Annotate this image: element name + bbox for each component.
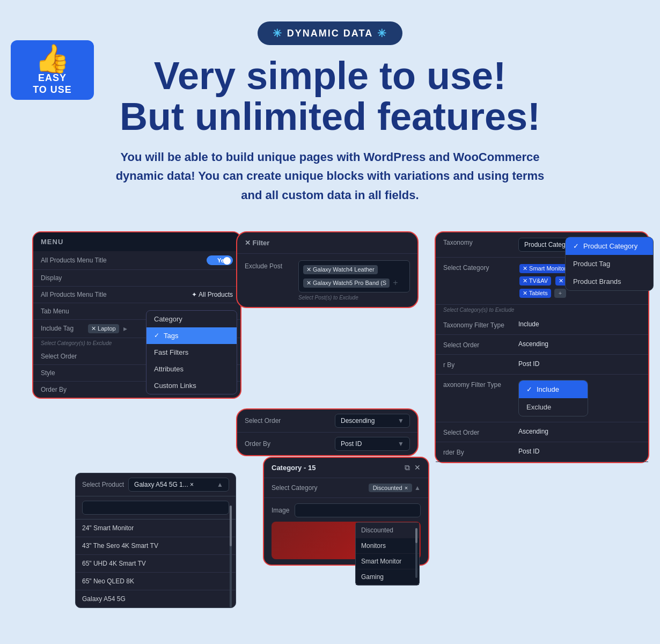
select-cat-exclude-tax: Select Category(s) to Exclude	[436, 305, 648, 315]
sp-label: Select Product	[82, 481, 124, 488]
sp-search-row	[76, 496, 236, 519]
dropdown-attributes[interactable]: Attributes	[146, 361, 237, 377]
easy-text: EASY TO USE	[33, 72, 72, 96]
select-order-tax-label: Select Order	[443, 340, 513, 349]
gaming-option[interactable]: Gaming	[356, 569, 419, 585]
order-panel: Select Order Descending ▼ Order By Post …	[236, 408, 419, 456]
sp-item-3[interactable]: 65" UHD 4K Smart TV	[76, 555, 236, 573]
order-by-field[interactable]: Post ID ▼	[335, 437, 410, 451]
filter-type2-row: axonomy Filter Type ✓ Include Exclude	[436, 375, 648, 422]
select-order-tax-row: Select Order Ascending	[436, 335, 648, 355]
menu-panel: MENU All Products Menu Title Yes Display…	[32, 231, 241, 399]
exclude-post-label: Exclude Post	[245, 260, 293, 270]
filter-type2-section: axonomy Filter Type ✓ Include Exclude	[436, 375, 648, 462]
order-by2-row: rder By Post ID	[436, 442, 648, 462]
star-right: ✳	[377, 27, 387, 40]
monitors-option[interactable]: Monitors	[356, 538, 419, 554]
arrow-icon: ▼	[398, 417, 404, 425]
fast-filters-label: Fast Filters	[154, 348, 188, 356]
product-brands-option[interactable]: Product Brands	[566, 273, 653, 290]
tvav-chip[interactable]: ✕ TV&AV	[519, 276, 551, 286]
image-label: Image	[272, 507, 289, 514]
sp-item-5[interactable]: Galaxy A54 5G	[76, 590, 236, 608]
menu-label-title: All Products Menu Title	[41, 257, 107, 264]
include-label: Include	[537, 385, 559, 393]
menu-value-all-products: ✦ All Products	[192, 291, 233, 298]
badge-label: DYNAMIC DATA	[287, 28, 373, 39]
sp-item-1[interactable]: 24" Smart Monitor	[76, 519, 236, 537]
menu-label-display: Display	[41, 274, 62, 282]
order-by-label2: Order By	[245, 440, 270, 448]
select-posts-label: Select Post(s) to Exclude	[298, 292, 410, 301]
sp-selected-value[interactable]: Galaxy A54 5G 1... × ▲	[128, 478, 229, 492]
categories-panel: Category - 15 ⧉ ✕ Select Category Discou…	[263, 457, 429, 566]
toggle-display[interactable]: Yes	[207, 255, 233, 265]
include-tag-label: Include Tag	[41, 325, 84, 332]
filter-title: ✕ Filter	[245, 239, 269, 247]
select-cat-label: Select Category	[272, 484, 317, 492]
add-tag-btn[interactable]: ▸	[123, 324, 127, 333]
select-order2-row: Select Order Ascending	[436, 422, 648, 442]
sp-expand-icon: ▲	[217, 481, 223, 488]
order-by-label: Order By	[41, 386, 67, 393]
product-dropdown[interactable]: ✓ Product Category Product Tag Product B…	[565, 237, 654, 291]
sp-header: Select Product Galaxy A54 5G 1... × ▲	[76, 473, 236, 496]
attributes-label: Attributes	[154, 365, 184, 373]
discounted-label: Discounted	[373, 485, 402, 491]
product-category-option[interactable]: ✓ Product Category	[566, 237, 653, 255]
select-product-panel: Select Product Galaxy A54 5G 1... × ▲ 24…	[75, 473, 236, 608]
panels-area: MENU All Products Menu Title Yes Display…	[0, 226, 660, 602]
tags-label: Tags	[164, 332, 178, 340]
select-order2-label: Select Order	[443, 428, 513, 436]
galaxy-watch4-chip[interactable]: ✕ Galaxy Watch4 Leather	[303, 265, 378, 274]
easy-badge: 👍 EASY TO USE	[11, 40, 94, 100]
tab-menu-dropdown[interactable]: Category ✓ Tags Fast Filters Attributes …	[146, 310, 237, 394]
title-line2: But unlimited features!	[32, 97, 628, 137]
galaxy-watch5-chip[interactable]: ✕ Galaxy Watch5 Pro Band (S	[303, 279, 390, 288]
chip-close-icon[interactable]: ×	[405, 485, 408, 491]
expand-btn[interactable]: ▲	[414, 484, 421, 492]
filter-type-value: Include	[518, 320, 641, 328]
copy-icon[interactable]: ⧉	[405, 463, 410, 472]
discounted-chip[interactable]: Discounted ×	[369, 484, 412, 492]
filter-panel: ✕ Filter Exclude Post ✕ Galaxy Watch4 Le…	[236, 231, 419, 308]
sp-item-2[interactable]: 43" The Sero 4K Smart TV	[76, 537, 236, 555]
dropdown-fast-filters[interactable]: Fast Filters	[146, 344, 237, 361]
smart-monitor-chip[interactable]: ✕ Smart Monitor	[519, 264, 569, 273]
smart-monitor-option[interactable]: Smart Monitor	[356, 554, 419, 569]
product-tag-option[interactable]: Product Tag	[566, 255, 653, 273]
category-title: Category - 15	[272, 464, 316, 472]
menu-panel-header: MENU	[33, 232, 240, 251]
exclude-label: Exclude	[526, 403, 551, 411]
order-select-field[interactable]: Descending ▼	[335, 414, 410, 428]
menu-label-all-products: All Products Menu Title	[41, 291, 107, 298]
taxonomy-label: Taxonomy	[443, 238, 513, 246]
dropdown-custom-links[interactable]: Custom Links	[146, 377, 237, 394]
exclude-option[interactable]: Exclude	[519, 398, 588, 416]
filter-header: ✕ Filter	[237, 232, 417, 254]
title-line1: Very simple to use!	[32, 56, 628, 97]
thumb-icon: 👍	[35, 45, 70, 72]
include-dropdown[interactable]: ✓ Include Exclude	[518, 380, 588, 416]
sp-item-4[interactable]: 65" Neo QLED 8K	[76, 573, 236, 590]
image-input[interactable]	[295, 503, 421, 517]
order-by-row2: Order By Post ID ▼	[237, 433, 417, 455]
add-chip-btn[interactable]: +	[393, 278, 398, 288]
select-category-tax-label: Select Category	[443, 263, 513, 272]
dropdown-category[interactable]: Category	[146, 311, 237, 327]
select-order-label: Select Order	[41, 353, 77, 360]
order-select-value: Descending	[341, 417, 375, 425]
laptop-chip[interactable]: ✕ Laptop	[88, 324, 119, 333]
close-icon[interactable]: ✕	[414, 463, 421, 472]
order-by-tax-row: r By Post ID	[436, 355, 648, 375]
category-list-dropdown[interactable]: Discounted Monitors Smart Monitor Gaming	[355, 522, 420, 586]
main-title: Very simple to use! But unlimited featur…	[32, 56, 628, 137]
sp-search-input[interactable]	[82, 501, 229, 515]
dropdown-tags[interactable]: ✓ Tags	[146, 327, 237, 344]
discounted-option[interactable]: Discounted	[356, 523, 419, 538]
include-option[interactable]: ✓ Include	[519, 380, 588, 398]
tablets-chip[interactable]: ✕ Tablets	[519, 289, 551, 298]
more-chips[interactable]: +	[554, 289, 566, 298]
select-order2-value: Ascending	[518, 428, 641, 435]
filter-type-row: Taxonomy Filter Type Include	[436, 315, 648, 335]
